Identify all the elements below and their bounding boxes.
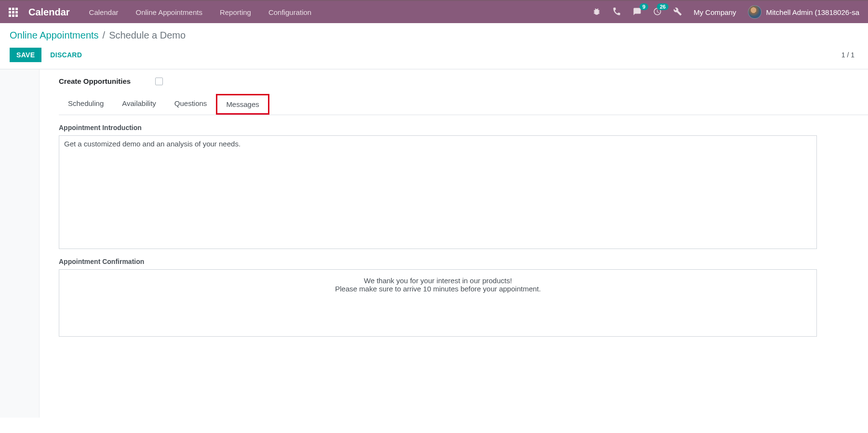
confirm-line2: Please make sure to arrive 10 minutes be… <box>64 285 812 293</box>
tab-messages[interactable]: Messages <box>216 94 269 115</box>
company-name[interactable]: My Company <box>694 8 736 16</box>
tab-scheduling[interactable]: Scheduling <box>59 94 113 115</box>
nav-online-appointments[interactable]: Online Appointments <box>135 8 202 16</box>
phone-icon[interactable] <box>613 7 621 17</box>
apps-icon[interactable] <box>9 8 18 17</box>
navbar: Calendar Calendar Online Appointments Re… <box>0 1 868 23</box>
messages-badge: 9 <box>640 3 648 10</box>
create-opportunities-row: Create Opportunities <box>40 77 868 94</box>
pager[interactable]: 1 / 1 <box>841 51 855 59</box>
breadcrumb-current: Schedule a Demo <box>109 30 186 41</box>
create-opportunities-label: Create Opportunities <box>59 77 155 85</box>
username: Mitchell Admin (13818026-sa <box>766 8 859 16</box>
section-intro: Appointment Introduction Get a customize… <box>40 115 868 249</box>
tabs: Scheduling Availability Questions Messag… <box>59 94 868 115</box>
breadcrumb-sep: / <box>103 30 106 41</box>
bug-icon[interactable] <box>592 7 601 17</box>
nav-calendar[interactable]: Calendar <box>89 8 119 16</box>
avatar <box>748 5 761 19</box>
tools-icon[interactable] <box>673 7 682 17</box>
control-panel: Online Appointments / Schedule a Demo SA… <box>0 23 868 69</box>
create-opportunities-checkbox[interactable] <box>155 78 163 85</box>
tab-availability[interactable]: Availability <box>113 94 165 115</box>
save-button[interactable]: SAVE <box>10 48 41 62</box>
user-menu[interactable]: Mitchell Admin (13818026-sa <box>748 5 859 19</box>
activities-icon[interactable]: 26 <box>653 7 662 17</box>
app-brand[interactable]: Calendar <box>28 7 70 18</box>
nav-reporting[interactable]: Reporting <box>220 8 251 16</box>
nav-menu: Calendar Online Appointments Reporting C… <box>89 8 312 16</box>
activities-badge: 26 <box>657 3 668 10</box>
confirm-label: Appointment Confirmation <box>59 258 849 265</box>
intro-label: Appointment Introduction <box>59 124 849 131</box>
intro-editor[interactable]: Get a customized demo and an analysis of… <box>59 135 817 249</box>
confirm-editor[interactable]: We thank you for your interest in our pr… <box>59 269 817 337</box>
breadcrumb: Online Appointments / Schedule a Demo <box>10 30 858 41</box>
confirm-line1: We thank you for your interest in our pr… <box>64 276 812 285</box>
messages-icon[interactable]: 9 <box>633 7 641 17</box>
left-gutter <box>0 69 40 418</box>
tab-questions[interactable]: Questions <box>165 94 216 115</box>
discard-button[interactable]: DISCARD <box>43 48 89 62</box>
breadcrumb-parent[interactable]: Online Appointments <box>10 30 99 41</box>
nav-configuration[interactable]: Configuration <box>268 8 311 16</box>
section-confirmation: Appointment Confirmation We thank you fo… <box>40 249 868 337</box>
